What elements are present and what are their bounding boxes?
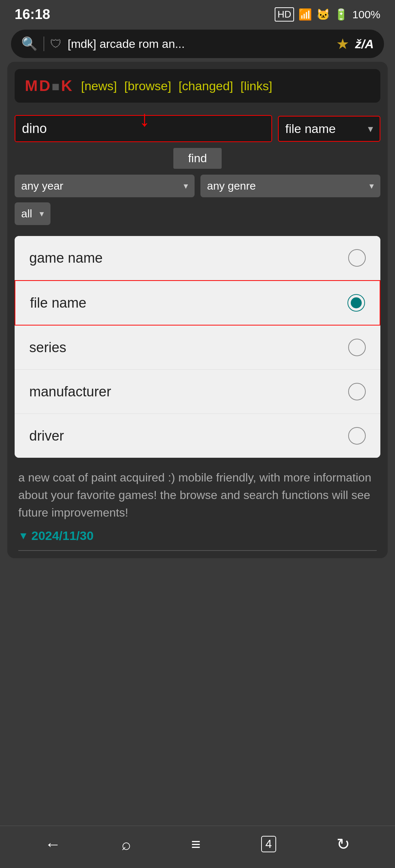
address-search-icon: 🔍 [21, 36, 38, 52]
back-button[interactable]: ← [45, 835, 61, 853]
search-row1: file name ▾ [15, 115, 380, 142]
tab-count-badge: 4 [261, 836, 276, 852]
mdk-logo-m: M [25, 77, 39, 94]
battery-percent: 100% [352, 8, 380, 21]
option-series[interactable]: series [15, 326, 380, 370]
year-filter-dropdown[interactable]: any year ▾ [15, 175, 195, 197]
nav-news[interactable]: [news] [81, 79, 117, 93]
all-filter-label: all [21, 208, 32, 220]
menu-button[interactable]: ≡ [191, 835, 201, 853]
web-content: MD■K [news] [browse] [changed] [links] ↓… [7, 62, 388, 558]
mdk-logo: MD■K [25, 77, 74, 95]
search-type-dropdown[interactable]: file name ▾ [278, 116, 380, 142]
option-manufacturer-radio [348, 383, 366, 400]
address-bar-container: 🔍 🛡 [mdk] arcade rom an... ★ ž/A [0, 26, 395, 62]
wifi-icon: 🐱 [316, 8, 330, 21]
option-driver[interactable]: driver [15, 414, 380, 458]
address-bar[interactable]: 🔍 🛡 [mdk] arcade rom an... ★ ž/A [11, 30, 384, 58]
filter-row: any year ▾ any genre ▾ [15, 175, 380, 197]
genre-filter-arrow: ▾ [369, 181, 374, 191]
status-time: 16:18 [15, 7, 50, 22]
mdk-logo-space: ■ [52, 79, 61, 94]
search-type-arrow: ▾ [368, 123, 373, 135]
all-row: all ▾ [15, 202, 380, 225]
date-triangle-icon: ▼ [18, 530, 29, 542]
search-button[interactable]: ⌕ [121, 835, 131, 853]
nav-changed[interactable]: [changed] [178, 79, 233, 93]
nav-browse[interactable]: [browse] [124, 79, 172, 93]
hd-icon: HD [275, 7, 294, 22]
option-manufacturer[interactable]: manufacturer [15, 370, 380, 414]
status-icons: HD 📶 🐱 🔋 100% [275, 7, 380, 22]
option-game-name[interactable]: game name [15, 236, 380, 280]
mdk-logo-d: D [39, 77, 52, 94]
date-label: 2024/11/30 [31, 529, 94, 543]
address-url[interactable]: [mdk] arcade rom an... [68, 37, 330, 51]
signal-icon: 📶 [298, 8, 312, 21]
translate-icon[interactable]: ž/A [355, 37, 374, 51]
date-entry[interactable]: ▼ 2024/11/30 [15, 529, 380, 550]
battery-icon: 🔋 [334, 8, 348, 21]
radio-inner-checked [351, 297, 362, 308]
shield-icon: 🛡 [50, 37, 62, 51]
dropdown-popup: game name file name series manufacturer … [15, 236, 380, 458]
option-series-radio [348, 339, 366, 356]
divider-line [18, 550, 377, 551]
search-type-label: file name [285, 122, 364, 136]
all-filter-dropdown[interactable]: all ▾ [15, 202, 50, 225]
year-filter-label: any year [21, 180, 180, 192]
bottom-nav: ← ⌕ ≡ 4 ↻ [0, 826, 395, 868]
address-bar-divider [44, 37, 44, 51]
option-file-name-label: file name [30, 295, 86, 311]
option-driver-label: driver [29, 428, 64, 444]
bookmark-star-icon[interactable]: ★ [336, 35, 349, 52]
status-bar: 16:18 HD 📶 🐱 🔋 100% [0, 0, 395, 26]
option-driver-radio [348, 427, 366, 445]
option-manufacturer-label: manufacturer [29, 384, 111, 400]
red-arrow-annotation: ↓ [139, 108, 150, 130]
option-game-name-radio [348, 249, 366, 267]
find-button[interactable]: find [173, 148, 222, 169]
genre-filter-dropdown[interactable]: any genre ▾ [200, 175, 380, 197]
mdk-nav: MD■K [news] [browse] [changed] [links] [15, 69, 380, 103]
option-game-name-label: game name [29, 250, 103, 266]
nav-links[interactable]: [links] [241, 79, 272, 93]
search-form: ↓ file name ▾ find any year ▾ any genre … [15, 111, 380, 236]
option-file-name[interactable]: file name [15, 280, 380, 326]
description-text: a new coat of paint acquired :) mobile f… [15, 465, 380, 529]
mdk-logo-k: K [61, 77, 74, 94]
find-button-row: find [15, 148, 380, 169]
option-file-name-radio [347, 294, 365, 312]
all-filter-arrow: ▾ [40, 209, 44, 219]
tab-switcher-button[interactable]: 4 [261, 836, 276, 852]
reload-button[interactable]: ↻ [336, 835, 350, 853]
year-filter-arrow: ▾ [184, 181, 188, 191]
option-series-label: series [29, 340, 66, 355]
genre-filter-label: any genre [207, 180, 366, 192]
